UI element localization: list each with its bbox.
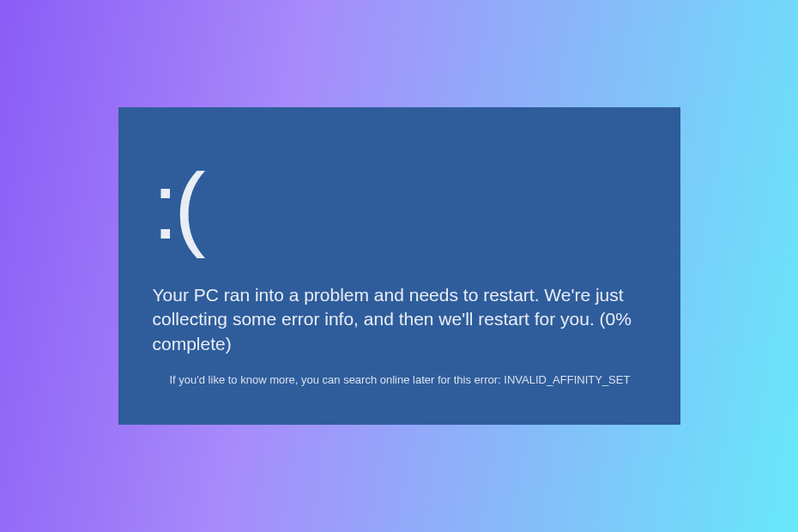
- error-info-line: If you'd like to know more, you can sear…: [153, 373, 646, 386]
- sad-face-icon: :(: [153, 159, 646, 253]
- bsod-screen: :( Your PC ran into a problem and needs …: [118, 107, 680, 425]
- error-info-prefix: If you'd like to know more, you can sear…: [170, 373, 505, 386]
- error-code: INVALID_AFFINITY_SET: [504, 373, 630, 386]
- error-message: Your PC ran into a problem and needs to …: [153, 283, 642, 356]
